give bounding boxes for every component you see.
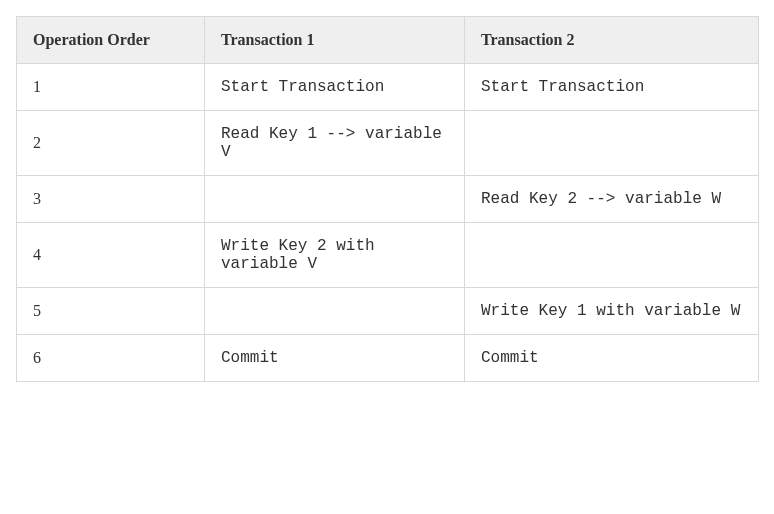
cell-order: 3 — [17, 176, 205, 223]
cell-t1 — [205, 176, 465, 223]
cell-t2: Start Transaction — [465, 64, 759, 111]
cell-t1 — [205, 288, 465, 335]
table-row: 6 Commit Commit — [17, 335, 759, 382]
cell-order: 1 — [17, 64, 205, 111]
table-row: 1 Start Transaction Start Transaction — [17, 64, 759, 111]
table-header-row: Operation Order Transaction 1 Transactio… — [17, 17, 759, 64]
cell-order: 5 — [17, 288, 205, 335]
cell-t2: Read Key 2 --> variable W — [465, 176, 759, 223]
cell-t1: Start Transaction — [205, 64, 465, 111]
table-row: 4 Write Key 2 with variable V — [17, 223, 759, 288]
cell-t1: Read Key 1 --> variable V — [205, 111, 465, 176]
table-row: 3 Read Key 2 --> variable W — [17, 176, 759, 223]
cell-order: 2 — [17, 111, 205, 176]
table-row: 5 Write Key 1 with variable W — [17, 288, 759, 335]
cell-t2 — [465, 111, 759, 176]
transaction-schedule-table: Operation Order Transaction 1 Transactio… — [16, 16, 759, 382]
cell-t2: Write Key 1 with variable W — [465, 288, 759, 335]
table-row: 2 Read Key 1 --> variable V — [17, 111, 759, 176]
cell-t1: Write Key 2 with variable V — [205, 223, 465, 288]
header-transaction-2: Transaction 2 — [465, 17, 759, 64]
header-operation-order: Operation Order — [17, 17, 205, 64]
cell-order: 6 — [17, 335, 205, 382]
header-transaction-1: Transaction 1 — [205, 17, 465, 64]
cell-order: 4 — [17, 223, 205, 288]
cell-t1: Commit — [205, 335, 465, 382]
cell-t2: Commit — [465, 335, 759, 382]
cell-t2 — [465, 223, 759, 288]
